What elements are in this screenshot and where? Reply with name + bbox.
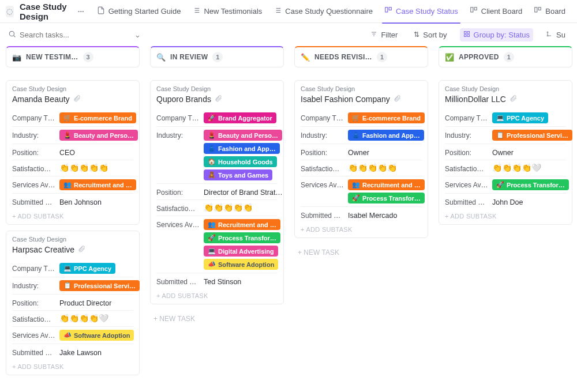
tag-emoji-icon: 🚀 bbox=[352, 194, 360, 202]
column-header[interactable]: ✏️NEEDS REVISI…1 bbox=[294, 46, 428, 67]
new-task-button[interactable]: + NEW TASK bbox=[294, 244, 428, 261]
task-card[interactable]: Case Study DesignIsabel Fashion CompanyC… bbox=[294, 80, 428, 238]
field-text: John Doe bbox=[492, 197, 523, 206]
tag-label: Brand Aggregator bbox=[218, 115, 272, 122]
column-count: 1 bbox=[212, 52, 223, 62]
field-row: Industry:💄Beauty and Perso…👗Fashion and … bbox=[156, 126, 278, 183]
field-row: Submitted …Ben Johnson bbox=[12, 193, 133, 209]
toolbar: ⌄ Filter ⇅ Sort by Group by: Status Su bbox=[0, 23, 577, 46]
tag-pill[interactable]: 💻PPC Agency bbox=[59, 263, 115, 274]
field-row: Company T…🛒E-commerce Brand bbox=[12, 110, 133, 126]
tag-pill[interactable]: 👥Recruitment and … bbox=[204, 219, 280, 230]
new-task-button[interactable]: + NEW TASK bbox=[150, 310, 284, 327]
column-header[interactable]: 📷NEW TESTIM…3 bbox=[6, 46, 140, 67]
tag-label: Toys and Games bbox=[218, 172, 268, 179]
tag-emoji-icon: 👥 bbox=[208, 221, 216, 228]
tag-label: Beauty and Perso… bbox=[218, 132, 278, 139]
tag-pill[interactable]: 🚀Process Transfor… bbox=[204, 232, 280, 243]
add-subtask-button[interactable]: + ADD SUBTASK bbox=[301, 223, 422, 234]
field-value: John Doe bbox=[492, 197, 566, 206]
tag-pill[interactable]: 👗Fashion and App… bbox=[204, 143, 280, 154]
tag-pill[interactable]: 💄Beauty and Perso… bbox=[59, 130, 138, 141]
tab-case-study-questionnaire[interactable]: Case Study Questionnaire bbox=[268, 0, 379, 23]
subtasks-button[interactable]: Su bbox=[542, 28, 569, 42]
tag-pill[interactable]: 💻PPC Agency bbox=[492, 112, 548, 123]
field-label: Satisfactio… bbox=[445, 163, 489, 173]
group-icon bbox=[463, 31, 470, 39]
task-card[interactable]: Case Study DesignQuporo BrandsCompany T…… bbox=[150, 80, 284, 304]
tag-pill[interactable]: 🚀Process Transfor… bbox=[348, 193, 425, 203]
tag-pill[interactable]: 💄Beauty and Perso… bbox=[204, 130, 282, 141]
tag-emoji-icon: 📣 bbox=[63, 331, 72, 339]
field-row: Satisfactio…👏👏👏👏👏 bbox=[12, 160, 133, 176]
column-header[interactable]: 🔍IN REVIEW1 bbox=[150, 46, 284, 67]
column-header[interactable]: ✅APPROVED1 bbox=[439, 46, 572, 67]
tag-pill[interactable]: 📋Professional Servi… bbox=[59, 280, 140, 291]
tag-pill[interactable]: 👗Fashion and App… bbox=[348, 130, 424, 141]
tag-emoji-icon: 👥 bbox=[63, 181, 72, 189]
add-subtask-button[interactable]: + ADD SUBTASK bbox=[156, 289, 278, 300]
svg-point-28 bbox=[547, 35, 548, 36]
tag-pill[interactable]: 🛒E-commerce Brand bbox=[59, 112, 136, 123]
tab-case-study-status[interactable]: Case Study Status bbox=[379, 0, 464, 23]
chevron-down-icon[interactable]: ⌄ bbox=[134, 31, 141, 39]
field-value: 👏👏👏👏🤍 bbox=[59, 314, 133, 323]
more-icon[interactable]: ··· bbox=[78, 7, 84, 16]
field-row: Position:Director of Brand Strat… bbox=[156, 183, 278, 199]
field-row: Satisfactio…👏👏👏👏🤍 bbox=[445, 160, 566, 176]
field-value: 👏👏👏👏🤍 bbox=[492, 163, 566, 172]
tag-pill[interactable]: 🏠Household Goods bbox=[204, 156, 277, 167]
filter-button[interactable]: Filter bbox=[367, 28, 401, 42]
tag-pill[interactable]: 🚀Process Transfor… bbox=[492, 179, 569, 190]
tag-emoji-icon: 📣 bbox=[208, 261, 216, 268]
tab-getting-started-guide[interactable]: Getting Started Guide bbox=[91, 0, 187, 23]
tag-pill[interactable]: 🧸Toys and Games bbox=[204, 169, 272, 180]
field-row: Submitted …Isabel Mercado bbox=[301, 206, 422, 223]
field-value: 🛒E-commerce Brand bbox=[59, 112, 136, 123]
add-subtask-button[interactable]: + ADD SUBTASK bbox=[12, 209, 133, 221]
field-value: Ben Johnson bbox=[59, 197, 133, 206]
column-emoji-icon: ✅ bbox=[445, 53, 454, 62]
filter-label: Filter bbox=[381, 31, 398, 39]
tab-new-testimonials[interactable]: New Testimonials bbox=[186, 0, 268, 23]
tab-client-board[interactable]: Client Board bbox=[464, 0, 529, 23]
tab-board[interactable]: Board bbox=[528, 0, 571, 23]
column-count: 1 bbox=[504, 52, 514, 62]
task-card[interactable]: Case Study DesignMillionDollar LLCCompan… bbox=[439, 80, 572, 225]
tag-pill[interactable]: 📣Software Adoption bbox=[59, 330, 134, 341]
add-subtask-button[interactable]: + ADD SUBTASK bbox=[12, 360, 133, 371]
attachment-icon bbox=[394, 95, 401, 104]
tag-pill[interactable]: 👥Recruitment and … bbox=[348, 179, 425, 190]
sort-button[interactable]: ⇅ Sort by bbox=[410, 28, 450, 42]
task-card[interactable]: Case Study DesignAmanda BeautyCompany T…… bbox=[6, 80, 140, 225]
add-subtask-button[interactable]: + ADD SUBTASK bbox=[445, 209, 566, 221]
field-label: Submitted … bbox=[12, 197, 56, 206]
column-review: 🔍IN REVIEW1Case Study DesignQuporo Brand… bbox=[150, 46, 284, 392]
tag-pill[interactable]: 👥Recruitment and … bbox=[59, 179, 136, 190]
tag-pill[interactable]: 💻Digital Advertising bbox=[204, 246, 278, 257]
search-input[interactable] bbox=[20, 31, 131, 39]
tag-emoji-icon: 🚀 bbox=[208, 114, 216, 122]
tag-pill[interactable]: 📣Software Adoption bbox=[204, 259, 278, 270]
tag-pill[interactable]: 🛒E-commerce Brand bbox=[348, 112, 425, 123]
top-tabs: ◌ Case Study Design ··· Getting Started … bbox=[0, 0, 577, 23]
field-value: 🛒E-commerce Brand bbox=[348, 112, 425, 123]
column-emoji-icon: 🔍 bbox=[156, 53, 166, 62]
tag-pill[interactable]: 📋Professional Servi… bbox=[492, 130, 572, 141]
field-row: Company T…💻PPC Agency bbox=[12, 260, 133, 277]
field-value: Product Director bbox=[59, 297, 133, 307]
field-label: Submitted … bbox=[12, 347, 56, 357]
field-label: Submitted … bbox=[156, 276, 200, 286]
svg-line-19 bbox=[14, 35, 16, 37]
group-button[interactable]: Group by: Status bbox=[460, 28, 534, 42]
rating-emoji: 👏👏👏👏👏 bbox=[348, 163, 397, 172]
task-card[interactable]: Case Study DesignHarpsac CreativeCompany… bbox=[6, 231, 140, 375]
tag-pill[interactable]: 🚀Brand Aggregator bbox=[204, 112, 276, 123]
field-row: Position:Product Director bbox=[12, 294, 133, 310]
sort-label: Sort by bbox=[423, 31, 447, 39]
field-value: Isabel Mercado bbox=[348, 210, 422, 220]
field-row: Position:CEO bbox=[12, 144, 133, 160]
field-text: Owner bbox=[348, 147, 369, 157]
tag-emoji-icon: 🛒 bbox=[63, 114, 72, 122]
field-value: 👏👏👏👏👏 bbox=[348, 163, 422, 172]
